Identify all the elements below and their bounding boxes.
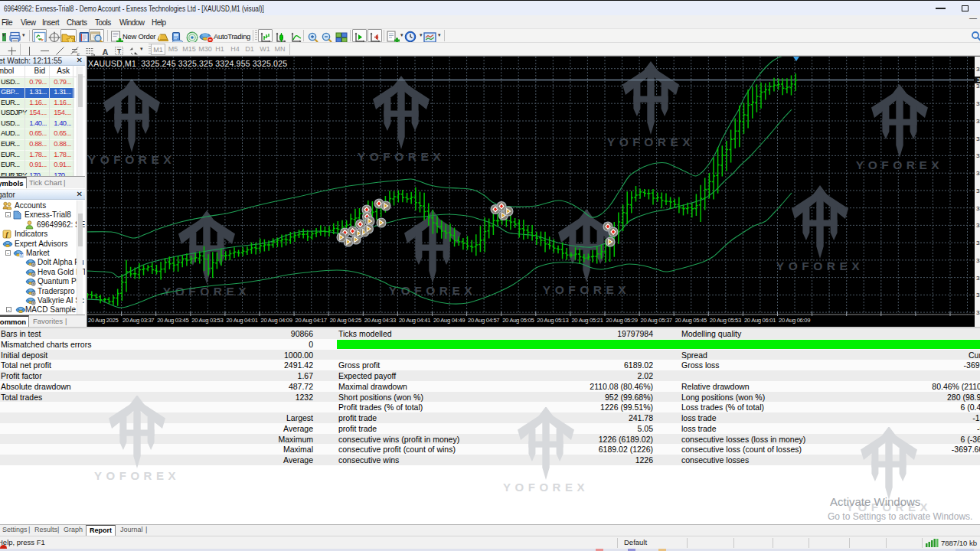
svg-text:33: 33 bbox=[976, 222, 980, 229]
svg-text:20 Aug 04:49: 20 Aug 04:49 bbox=[433, 317, 465, 324]
svg-text:33: 33 bbox=[976, 205, 980, 212]
svg-text:33: 33 bbox=[976, 187, 980, 194]
svg-text:YOFOREX: YOFOREX bbox=[543, 283, 630, 296]
svg-text:20 Aug 03:45: 20 Aug 03:45 bbox=[157, 317, 188, 324]
svg-text:20 Aug 04:01: 20 Aug 04:01 bbox=[226, 317, 257, 324]
svg-text:20 Aug 04:09: 20 Aug 04:09 bbox=[261, 317, 292, 324]
svg-text:YOFOREX: YOFOREX bbox=[94, 469, 180, 482]
svg-text:20 Aug 05:29: 20 Aug 05:29 bbox=[606, 317, 638, 324]
svg-text:20 Aug 03:53: 20 Aug 03:53 bbox=[191, 317, 223, 324]
svg-text:20 Aug 2025: 20 Aug 2025 bbox=[88, 317, 118, 324]
svg-text:20 Aug 04:57: 20 Aug 04:57 bbox=[468, 317, 499, 324]
svg-text:33: 33 bbox=[976, 292, 980, 298]
svg-text:33: 33 bbox=[976, 240, 980, 246]
svg-text:M: M bbox=[20, 253, 24, 258]
svg-text:20 Aug 04:33: 20 Aug 04:33 bbox=[364, 317, 396, 324]
svg-text:YOFOREX: YOFOREX bbox=[776, 259, 864, 272]
svg-text:33: 33 bbox=[976, 83, 980, 90]
svg-text:YOFOREX: YOFOREX bbox=[88, 153, 175, 166]
svg-text:20 Aug 06:01: 20 Aug 06:01 bbox=[744, 317, 776, 324]
svg-text:33: 33 bbox=[976, 100, 980, 107]
svg-text:33: 33 bbox=[976, 257, 980, 264]
svg-text:20 Aug 04:41: 20 Aug 04:41 bbox=[399, 317, 430, 324]
svg-text:YOFOREX: YOFOREX bbox=[358, 150, 445, 163]
svg-text:20 Aug 03:37: 20 Aug 03:37 bbox=[122, 317, 154, 324]
svg-text:20 Aug 05:21: 20 Aug 05:21 bbox=[571, 317, 603, 324]
svg-text:33: 33 bbox=[976, 152, 980, 159]
svg-text:20 Aug 06:09: 20 Aug 06:09 bbox=[779, 317, 810, 324]
svg-text:33: 33 bbox=[976, 309, 980, 316]
svg-text:YOFOREX: YOFOREX bbox=[503, 481, 589, 494]
svg-text:33: 33 bbox=[977, 77, 980, 83]
svg-text:33: 33 bbox=[976, 170, 980, 177]
svg-text:20 Aug 05:05: 20 Aug 05:05 bbox=[502, 317, 534, 324]
svg-text:20 Aug 05:53: 20 Aug 05:53 bbox=[710, 317, 741, 324]
svg-text:20 Aug 05:45: 20 Aug 05:45 bbox=[675, 317, 707, 324]
svg-text:20 Aug 04:25: 20 Aug 04:25 bbox=[330, 317, 361, 324]
svg-text:33: 33 bbox=[976, 135, 980, 142]
svg-text:T: T bbox=[117, 47, 122, 55]
svg-text:YOFOREX: YOFOREX bbox=[389, 284, 476, 297]
svg-text:33: 33 bbox=[976, 275, 980, 282]
svg-text:XAUUSD,M1 3325.245 3325.325 3: XAUUSD,M1 3325.245 3325.325 3324.955 332… bbox=[88, 59, 287, 68]
svg-text:33: 33 bbox=[976, 118, 980, 125]
svg-text:20 Aug 04:17: 20 Aug 04:17 bbox=[296, 317, 327, 324]
svg-text:20 Aug 05:13: 20 Aug 05:13 bbox=[537, 317, 568, 324]
svg-text:33: 33 bbox=[976, 66, 980, 73]
svg-text:20 Aug 05:37: 20 Aug 05:37 bbox=[641, 317, 672, 324]
svg-text:YOFOREX: YOFOREX bbox=[856, 158, 943, 171]
svg-text:YOFOREX: YOFOREX bbox=[607, 135, 694, 148]
